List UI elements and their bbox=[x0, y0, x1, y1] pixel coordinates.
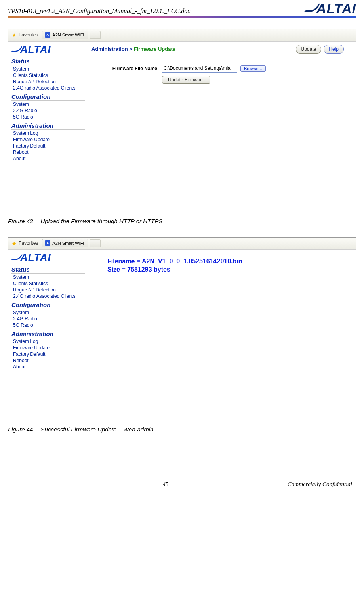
altai-logo: ALTAI bbox=[305, 2, 356, 15]
nav-item-about[interactable]: About bbox=[13, 156, 85, 161]
firmware-filename-input[interactable]: C:\Documents and Settings\mia bbox=[162, 65, 237, 73]
browser-favorites-bar: ★ Favorites A A2N Smart WIFI bbox=[8, 29, 356, 41]
content-area: Filename = A2N_V1_0_0_1.052516142010.bin… bbox=[88, 250, 356, 424]
result-filename: Filename = A2N_V1_0_0_1.052516142010.bin bbox=[107, 257, 352, 266]
update-firmware-button[interactable]: Update Firmware bbox=[162, 76, 210, 84]
nav-item-firmware-update[interactable]: Firmware Update bbox=[13, 345, 85, 351]
nav-item-config-system[interactable]: System bbox=[13, 102, 85, 107]
update-button[interactable]: Update bbox=[296, 45, 322, 54]
sidebar: ALTAI Status System Clients Statistics R… bbox=[8, 42, 88, 216]
nav-item-factory-default[interactable]: Factory Default bbox=[13, 351, 85, 357]
doc-header: TPS10-013_rev1.2_A2N_Configuration_Manua… bbox=[8, 0, 356, 16]
nav-item-system[interactable]: System bbox=[13, 66, 85, 72]
doc-filename: TPS10-013_rev1.2_A2N_Configuration_Manua… bbox=[8, 8, 190, 15]
sidebar-logo-text: ALTAI bbox=[20, 253, 51, 262]
new-tab-button[interactable] bbox=[90, 239, 101, 247]
nav-item-rogue-ap[interactable]: Rogue AP Detection bbox=[13, 287, 85, 293]
tab-title: A2N Smart WIFI bbox=[52, 33, 84, 37]
nav-item-clients-stats[interactable]: Clients Statistics bbox=[13, 73, 85, 78]
header-rule bbox=[8, 16, 356, 18]
tab-title: A2N Smart WIFI bbox=[52, 241, 84, 245]
nav-item-reboot[interactable]: Reboot bbox=[13, 150, 85, 155]
new-tab-button[interactable] bbox=[90, 31, 101, 39]
footer-confidential: Commercially Confidential bbox=[288, 481, 352, 488]
result-size: Size = 7581293 bytes bbox=[107, 265, 352, 274]
breadcrumb-admin: Administration > bbox=[91, 46, 132, 52]
favicon-icon: A bbox=[45, 240, 50, 246]
nav-section-config: Configuration bbox=[11, 301, 85, 309]
nav-item-24g-radio[interactable]: 2.4G Radio bbox=[13, 316, 85, 322]
nav-item-system[interactable]: System bbox=[13, 274, 85, 280]
browser-tab[interactable]: A A2N Smart WIFI bbox=[42, 239, 88, 247]
doc-footer: 45 Commercially Confidential bbox=[8, 445, 356, 496]
sidebar-logo: ALTAI bbox=[11, 253, 85, 262]
star-icon: ★ bbox=[11, 240, 17, 246]
favorites-label: Favorites bbox=[19, 32, 38, 38]
sidebar-logo: ALTAI bbox=[11, 45, 85, 54]
browser-favorites-bar: ★ Favorites A A2N Smart WIFI bbox=[8, 238, 356, 249]
nav-item-factory-default[interactable]: Factory Default bbox=[13, 143, 85, 149]
figure-43-caption: Figure 43 Upload the Firmware through HT… bbox=[8, 218, 356, 224]
breadcrumb-row: Administration > Firmware Update Update … bbox=[91, 45, 352, 54]
browser-tab[interactable]: A A2N Smart WIFI bbox=[42, 31, 88, 39]
sidebar-logo-text: ALTAI bbox=[20, 45, 51, 54]
nav-item-system-log[interactable]: System Log bbox=[13, 130, 85, 136]
page-number: 45 bbox=[162, 481, 168, 488]
sidebar: ALTAI Status System Clients Statistics R… bbox=[8, 250, 88, 424]
nav-item-rogue-ap[interactable]: Rogue AP Detection bbox=[13, 79, 85, 84]
nav-section-status: Status bbox=[11, 266, 85, 274]
nav-item-clients-stats[interactable]: Clients Statistics bbox=[13, 281, 85, 286]
nav-item-about[interactable]: About bbox=[13, 364, 85, 370]
nav-item-config-system[interactable]: System bbox=[13, 310, 85, 315]
firmware-filename-label: Firmware File Name: bbox=[99, 66, 159, 71]
favorites-label: Favorites bbox=[19, 240, 38, 246]
nav-item-firmware-update[interactable]: Firmware Update bbox=[13, 137, 85, 142]
nav-item-5g-radio[interactable]: 5G Radio bbox=[13, 114, 85, 120]
nav-item-reboot[interactable]: Reboot bbox=[13, 358, 85, 363]
nav-item-system-log[interactable]: System Log bbox=[13, 339, 85, 344]
figure-43-screenshot: ★ Favorites A A2N Smart WIFI ALTAI Statu… bbox=[8, 29, 356, 216]
nav-section-config: Configuration bbox=[11, 93, 85, 101]
browse-button[interactable]: Browse... bbox=[240, 65, 266, 72]
nav-section-admin: Administration bbox=[11, 330, 85, 338]
star-icon: ★ bbox=[11, 32, 17, 38]
help-button[interactable]: Help bbox=[324, 45, 344, 54]
content-area: Administration > Firmware Update Update … bbox=[88, 42, 356, 216]
nav-item-24g-clients[interactable]: 2.4G radio Associated Clients bbox=[13, 293, 85, 299]
figure-44-screenshot: ★ Favorites A A2N Smart WIFI ALTAI Statu… bbox=[8, 237, 356, 424]
favicon-icon: A bbox=[45, 32, 50, 38]
breadcrumb-page: Firmware Update bbox=[134, 46, 175, 52]
nav-section-admin: Administration bbox=[11, 122, 85, 130]
logo-text: ALTAI bbox=[316, 2, 356, 15]
firmware-result: Filename = A2N_V1_0_0_1.052516142010.bin… bbox=[107, 257, 352, 274]
nav-item-24g-clients[interactable]: 2.4G radio Associated Clients bbox=[13, 85, 85, 91]
nav-item-24g-radio[interactable]: 2.4G Radio bbox=[13, 108, 85, 113]
figure-44-caption: Figure 44 Successful Firmware Update – W… bbox=[8, 426, 356, 433]
nav-item-5g-radio[interactable]: 5G Radio bbox=[13, 322, 85, 328]
nav-section-status: Status bbox=[11, 58, 85, 65]
